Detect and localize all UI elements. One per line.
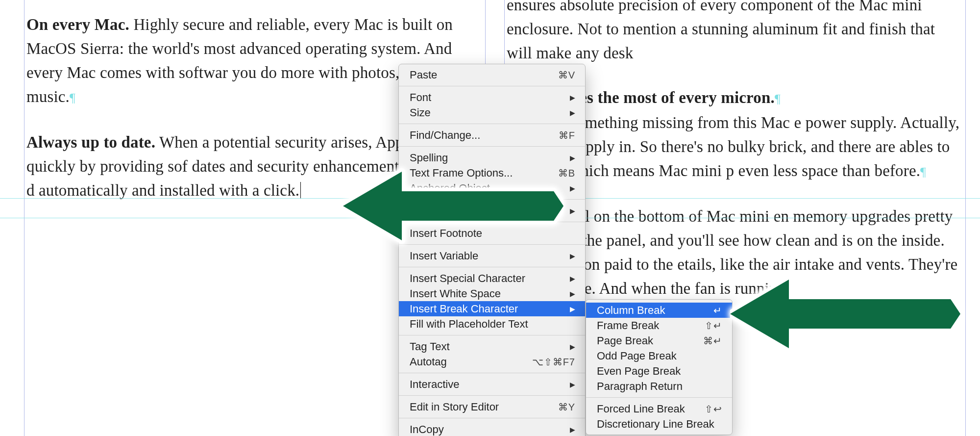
body-text: ensures absolute precision of every comp…: [507, 0, 935, 62]
menu-item-label: Insert White Space: [410, 287, 567, 300]
menu-item-interactive[interactable]: Interactive▶: [399, 377, 585, 392]
menu-item-change-case[interactable]: Change Case▶: [399, 203, 585, 218]
menu-item-page-break[interactable]: Page Break⌘↵: [586, 333, 732, 348]
submenu-arrow-icon: ▶: [570, 290, 575, 298]
menu-item-insert-variable[interactable]: Insert Variable▶: [399, 248, 585, 263]
menu-item-label: Text Frame Options...: [410, 167, 558, 180]
shortcut-label: ⌘V: [558, 69, 575, 81]
shortcut-label: ↵: [713, 305, 722, 316]
menu-item-label: Fill with Placeholder Text: [410, 318, 575, 331]
menu-item-label: Autotag: [410, 356, 532, 368]
menu-item-font[interactable]: Font▶: [399, 90, 585, 105]
menu-separator: [586, 397, 732, 398]
menu-item-label: Paragraph Return: [597, 380, 722, 393]
menu-item-label: Edit in Story Editor: [410, 401, 558, 413]
shortcut-label: ⌥⇧⌘F7: [532, 356, 575, 368]
menu-item-incopy[interactable]: InCopy▶: [399, 422, 585, 436]
menu-item-label: Change Case: [410, 205, 567, 217]
menu-item-label: Font: [410, 91, 567, 104]
menu-separator: [399, 335, 585, 335]
submenu-arrow-icon: ▶: [570, 109, 575, 117]
menu-separator: [399, 199, 585, 200]
menu-item-insert-break-character[interactable]: Insert Break Character▶: [399, 301, 585, 316]
menu-item-spelling[interactable]: Spelling▶: [399, 150, 585, 165]
menu-item-label: Column Break: [597, 304, 713, 317]
submenu-arrow-icon: ▶: [570, 184, 575, 192]
shortcut-label: ⇧↵: [705, 320, 722, 332]
menu-item-label: Page Break: [597, 334, 703, 347]
menu-item-label: Paste: [410, 69, 558, 81]
shortcut-label: ⌘F: [559, 129, 575, 141]
menu-separator: [399, 124, 585, 124]
submenu-insert-break[interactable]: Column Break↵Frame Break⇧↵Page Break⌘↵Od…: [586, 299, 733, 435]
menu-item-label: Interactive: [410, 378, 567, 391]
context-menu[interactable]: Paste⌘VFont▶Size▶Find/Change...⌘FSpellin…: [398, 64, 586, 436]
menu-item-even-page-break[interactable]: Even Page Break: [586, 363, 732, 379]
menu-item-autotag[interactable]: Autotag⌥⇧⌘F7: [399, 354, 585, 369]
menu-separator: [399, 146, 585, 147]
menu-item-insert-special-character[interactable]: Insert Special Character▶: [399, 271, 585, 286]
menu-item-label: Insert Footnote: [410, 227, 575, 240]
menu-item-label: Anchored Object: [410, 182, 567, 195]
submenu-arrow-icon: ▶: [570, 305, 575, 313]
shortcut-label: ⌘Y: [558, 401, 575, 413]
menu-item-label: Tag Text: [410, 340, 567, 353]
submenu-arrow-icon: ▶: [570, 275, 575, 282]
menu-separator: [399, 418, 585, 418]
menu-separator: [399, 395, 585, 396]
menu-item-label: Insert Break Character: [410, 303, 567, 315]
pilcrow-icon: ¶: [775, 92, 781, 106]
menu-separator: [399, 222, 585, 222]
pilcrow-icon: ¶: [920, 165, 926, 179]
run-in-head: On every Mac.: [26, 16, 129, 33]
menu-item-label: Discretionary Line Break: [597, 418, 722, 431]
submenu-arrow-icon: ▶: [570, 207, 575, 215]
menu-item-label: Find/Change...: [410, 129, 559, 142]
menu-item-paragraph-return[interactable]: Paragraph Return: [586, 379, 732, 394]
menu-separator: [399, 267, 585, 267]
menu-separator: [399, 373, 585, 373]
menu-item-insert-white-space[interactable]: Insert White Space▶: [399, 286, 585, 301]
shortcut-label: ⌘B: [558, 167, 575, 179]
menu-item-label: InCopy: [410, 423, 567, 436]
menu-item-label: Size: [410, 106, 567, 119]
shortcut-label: ⌘↵: [703, 335, 722, 347]
menu-item-label: Even Page Break: [597, 365, 722, 378]
submenu-arrow-icon: ▶: [570, 94, 575, 102]
run-in-head: Always up to date.: [26, 133, 155, 151]
menu-item-column-break[interactable]: Column Break↵: [586, 303, 732, 318]
menu-item-forced-line-break[interactable]: Forced Line Break⇧↩: [586, 401, 732, 416]
menu-item-label: Odd Page Break: [597, 350, 722, 362]
menu-item-frame-break[interactable]: Frame Break⇧↵: [586, 318, 732, 333]
shortcut-label: ⇧↩: [705, 403, 722, 415]
menu-item-edit-in-story-editor[interactable]: Edit in Story Editor⌘Y: [399, 399, 585, 414]
menu-item-discretionary-line-break[interactable]: Discretionary Line Break: [586, 416, 732, 432]
menu-item-fill-with-placeholder-text[interactable]: Fill with Placeholder Text: [399, 316, 585, 332]
submenu-arrow-icon: ▶: [570, 381, 575, 388]
menu-item-anchored-object[interactable]: Anchored Object▶: [399, 180, 585, 196]
paragraph[interactable]: ensures absolute precision of every comp…: [507, 0, 963, 65]
menu-item-insert-footnote[interactable]: Insert Footnote: [399, 226, 585, 241]
menu-separator: [399, 86, 585, 86]
menu-separator: [399, 244, 585, 245]
menu-item-find-change[interactable]: Find/Change...⌘F: [399, 128, 585, 143]
submenu-arrow-icon: ▶: [570, 154, 575, 162]
menu-item-label: Spelling: [410, 152, 567, 164]
menu-item-label: Forced Line Break: [597, 403, 705, 415]
submenu-arrow-icon: ▶: [570, 252, 575, 260]
menu-item-size[interactable]: Size▶: [399, 105, 585, 120]
menu-item-text-frame-options[interactable]: Text Frame Options...⌘B: [399, 165, 585, 180]
menu-item-label: Insert Special Character: [410, 272, 567, 285]
text-cursor: [300, 182, 301, 199]
menu-item-tag-text[interactable]: Tag Text▶: [399, 339, 585, 354]
menu-item-odd-page-break[interactable]: Odd Page Break: [586, 348, 732, 363]
submenu-arrow-icon: ▶: [570, 343, 575, 351]
pilcrow-icon: ¶: [70, 91, 75, 105]
submenu-arrow-icon: ▶: [570, 426, 575, 434]
menu-item-label: Frame Break: [597, 319, 705, 332]
menu-item-paste[interactable]: Paste⌘V: [399, 67, 585, 82]
menu-item-label: Insert Variable: [410, 250, 567, 262]
